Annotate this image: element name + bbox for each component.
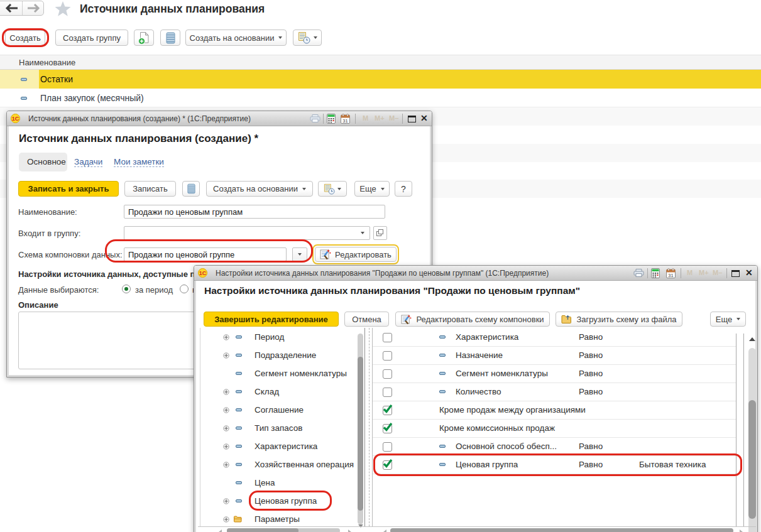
svg-text:31: 31 [342,118,348,124]
svg-text:31: 31 [668,273,673,278]
